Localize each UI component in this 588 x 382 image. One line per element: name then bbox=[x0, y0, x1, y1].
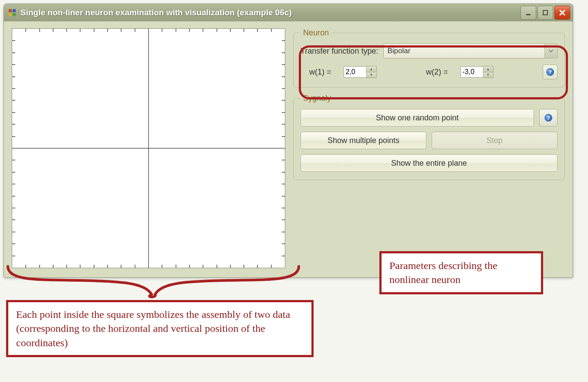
w2-spinner[interactable]: ▲▼ bbox=[460, 66, 493, 78]
maximize-button[interactable] bbox=[537, 6, 553, 20]
w1-input[interactable] bbox=[344, 66, 366, 78]
client-area: Neuron Transfer function type: Bipolar w… bbox=[4, 21, 573, 275]
chevron-down-icon bbox=[544, 44, 557, 58]
neuron-legend: Neuron bbox=[301, 28, 331, 38]
plot-callout-text: Each point inside the square symbolizes … bbox=[16, 309, 290, 348]
minimize-button[interactable] bbox=[520, 6, 536, 20]
svg-rect-4 bbox=[526, 14, 531, 15]
transfer-value: Bipolar bbox=[387, 47, 410, 55]
app-window: Single non-liner neuron examination with… bbox=[3, 3, 573, 278]
svg-rect-3 bbox=[13, 13, 16, 16]
signals-legend: Sygnały bbox=[301, 94, 334, 103]
stop-button[interactable]: Stop bbox=[432, 132, 558, 149]
show-random-button[interactable]: Show one random point bbox=[301, 109, 534, 126]
svg-rect-2 bbox=[9, 13, 12, 16]
w2-spin-buttons[interactable]: ▲▼ bbox=[483, 66, 493, 78]
svg-rect-1 bbox=[13, 9, 16, 12]
show-multiple-button[interactable]: Show multiple points bbox=[301, 132, 426, 149]
app-icon bbox=[7, 8, 17, 17]
transfer-select[interactable]: Bipolar bbox=[383, 44, 558, 58]
neuron-help-button[interactable]: ? bbox=[543, 65, 558, 79]
signals-help-button[interactable]: ? bbox=[539, 109, 558, 126]
neuron-group: Neuron Transfer function type: Bipolar w… bbox=[293, 28, 565, 88]
w2-label: w(2) = bbox=[426, 68, 448, 77]
side-panel: Neuron Transfer function type: Bipolar w… bbox=[293, 28, 565, 268]
svg-rect-5 bbox=[543, 10, 547, 15]
params-callout-text: Parameters describing the nonlinear neur… bbox=[389, 260, 497, 285]
window-controls bbox=[520, 6, 570, 20]
w1-spin-buttons[interactable]: ▲▼ bbox=[366, 66, 377, 78]
help-icon: ? bbox=[544, 114, 552, 122]
w1-label: w(1) = bbox=[309, 68, 331, 77]
plot-callout: Each point inside the square symbolizes … bbox=[6, 300, 314, 357]
w1-spinner[interactable]: ▲▼ bbox=[344, 66, 377, 78]
coordinate-plot[interactable] bbox=[12, 28, 285, 268]
params-callout: Parameters describing the nonlinear neur… bbox=[379, 251, 543, 294]
help-icon: ? bbox=[546, 68, 554, 76]
svg-rect-0 bbox=[9, 9, 12, 12]
titlebar[interactable]: Single non-liner neuron examination with… bbox=[4, 4, 573, 21]
window-title: Single non-liner neuron examination with… bbox=[20, 8, 520, 17]
signals-group: Sygnały Show one random point ? Show mul… bbox=[293, 94, 565, 180]
w2-input[interactable] bbox=[460, 66, 483, 78]
transfer-label: Transfer function type: bbox=[301, 47, 378, 56]
close-button[interactable] bbox=[554, 6, 570, 20]
show-plane-button[interactable]: Show the entire plane bbox=[301, 154, 558, 172]
